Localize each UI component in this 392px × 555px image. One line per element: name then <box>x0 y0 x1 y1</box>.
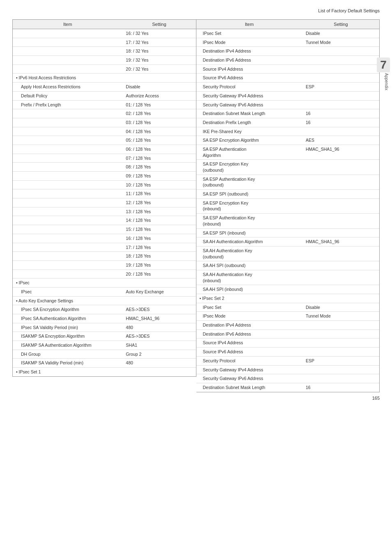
setting-cell: HMAC_SHA1_96 <box>302 145 379 159</box>
item-cell: Apply Host Access Restrictions <box>13 83 122 92</box>
table-row: SA AH Authentication Key(inbound) <box>196 270 380 285</box>
table-row: DH GroupGroup 2 <box>13 350 196 359</box>
setting-cell <box>302 261 379 270</box>
item-cell: IPsec Set <box>196 303 302 312</box>
setting-cell <box>302 198 379 213</box>
item-cell: • IPv6 Host Access Restrictions <box>13 74 122 83</box>
table-row: 17: / 32 Yes <box>13 38 196 47</box>
table-row: SA ESP AuthenticationAlgorithmHMAC_SHA1_… <box>196 145 380 159</box>
table-row: 19: / 128 Yes <box>13 260 196 269</box>
setting-cell: Authorize Access <box>122 91 196 100</box>
item-cell: SA AH Authentication Algorithm <box>196 237 302 246</box>
item-cell <box>13 269 122 279</box>
table-row: SA AH SPI (outbound) <box>196 261 380 270</box>
table-row: SA ESP SPI (inbound) <box>196 228 380 237</box>
item-cell <box>13 189 122 198</box>
setting-cell: 17: / 32 Yes <box>122 38 196 47</box>
setting-cell: 16: / 128 Yes <box>122 234 196 243</box>
item-cell: Security Gateway IPv4 Address <box>196 91 302 100</box>
table-row: ISAKMP SA Validity Period (min)480 <box>13 359 196 368</box>
setting-cell <box>302 91 379 100</box>
table-row: IKE Pre-Shared Key <box>196 127 380 136</box>
setting-cell <box>302 348 379 357</box>
table-row: 05: / 128 Yes <box>13 136 196 145</box>
table-row: Apply Host Access RestrictionsDisable <box>13 83 196 92</box>
item-cell <box>13 109 122 118</box>
item-cell: Prefix / Prefix Length <box>13 100 122 109</box>
left-col-item-header: Item <box>13 20 122 29</box>
table-row: 09: / 128 Yes <box>13 172 196 181</box>
table-row: 20: / 32 Yes <box>13 64 196 74</box>
item-cell: IPsec Mode <box>196 312 302 321</box>
item-cell: Source IPv4 Address <box>196 64 302 74</box>
item-cell <box>13 47 122 56</box>
setting-cell <box>302 339 379 348</box>
table-row: 16: / 32 Yes <box>13 29 196 38</box>
setting-cell <box>122 279 196 288</box>
header-title: List of Factory Default Settings <box>318 8 380 13</box>
setting-cell <box>302 127 379 136</box>
item-cell: ISAKMP SA Validity Period (min) <box>13 359 122 368</box>
table-row: Destination IPv6 Address <box>196 329 380 339</box>
item-cell: SA ESP Encryption Algorithm <box>196 136 302 145</box>
setting-cell: 480 <box>122 359 196 368</box>
item-cell: SA ESP Authentication Key(outbound) <box>196 175 302 189</box>
setting-cell: 13: / 128 Yes <box>122 207 196 216</box>
setting-cell: 19: / 128 Yes <box>122 260 196 269</box>
item-cell: Security Protocol <box>196 83 302 92</box>
item-cell <box>13 29 122 38</box>
setting-cell: 20: / 128 Yes <box>122 269 196 279</box>
setting-cell: Group 2 <box>122 350 196 359</box>
table-row: IPsec ModeTunnel Mode <box>196 312 380 321</box>
chapter-number: 7 <box>377 58 390 72</box>
table-row: SA ESP Encryption Key(outbound) <box>196 160 380 175</box>
table-row: Source IPv4 Address <box>196 339 380 348</box>
setting-cell <box>302 214 379 228</box>
item-cell <box>13 198 122 207</box>
item-cell: SA AH Authentication Key(inbound) <box>196 270 302 285</box>
table-row: • Auto Key Exchange Settings <box>13 296 196 305</box>
table-row: Source IPv6 Address <box>196 348 380 357</box>
item-cell: Destination Subnet Mask Length <box>196 383 302 391</box>
setting-cell <box>302 190 379 199</box>
left-col-setting-header: Setting <box>122 20 196 29</box>
item-cell: • IPsec Set 2 <box>196 294 302 303</box>
item-cell: • IPsec <box>13 279 122 288</box>
setting-cell <box>302 175 379 189</box>
setting-cell <box>302 56 379 65</box>
setting-cell <box>122 74 196 83</box>
item-cell: Security Gateway IPv6 Address <box>196 100 302 109</box>
item-cell: Destination IPv4 Address <box>196 321 302 330</box>
table-row: Security Gateway IPv6 Address <box>196 374 380 383</box>
setting-cell <box>302 321 379 330</box>
setting-cell: 20: / 32 Yes <box>122 64 196 74</box>
item-cell: SA AH SPI (inbound) <box>196 285 302 294</box>
item-cell: IPsec Set <box>196 29 302 38</box>
setting-cell: 18: / 32 Yes <box>122 47 196 56</box>
item-cell <box>13 64 122 74</box>
setting-cell: 01: / 128 Yes <box>122 100 196 109</box>
item-cell: SA ESP SPI (inbound) <box>196 228 302 237</box>
item-cell: • Auto Key Exchange Settings <box>13 296 122 305</box>
setting-cell <box>302 329 379 339</box>
item-cell: ISAKMP SA Encryption Algorithm <box>13 332 122 341</box>
setting-cell: 07: / 128 Yes <box>122 154 196 163</box>
setting-cell: 02: / 128 Yes <box>122 109 196 118</box>
page-number: 165 <box>372 396 380 401</box>
table-row: 07: / 128 Yes <box>13 154 196 163</box>
setting-cell <box>302 100 379 109</box>
item-cell: Source IPv4 Address <box>196 339 302 348</box>
setting-cell: 12: / 128 Yes <box>122 198 196 207</box>
item-cell: Security Protocol <box>196 356 302 365</box>
table-row: 10: / 128 Yes <box>13 180 196 189</box>
setting-cell <box>302 246 379 261</box>
setting-cell: 11: / 128 Yes <box>122 189 196 198</box>
page-header: List of Factory Default Settings <box>12 8 380 13</box>
item-cell: SA ESP AuthenticationAlgorithm <box>196 145 302 159</box>
table-row: Destination Prefix Length16 <box>196 118 380 127</box>
table-row: 18: / 32 Yes <box>13 47 196 56</box>
table-row: 14: / 128 Yes <box>13 216 196 225</box>
setting-cell: 04: / 128 Yes <box>122 127 196 136</box>
table-row: 03: / 128 Yes <box>13 118 196 127</box>
table-row: 12: / 128 Yes <box>13 198 196 207</box>
